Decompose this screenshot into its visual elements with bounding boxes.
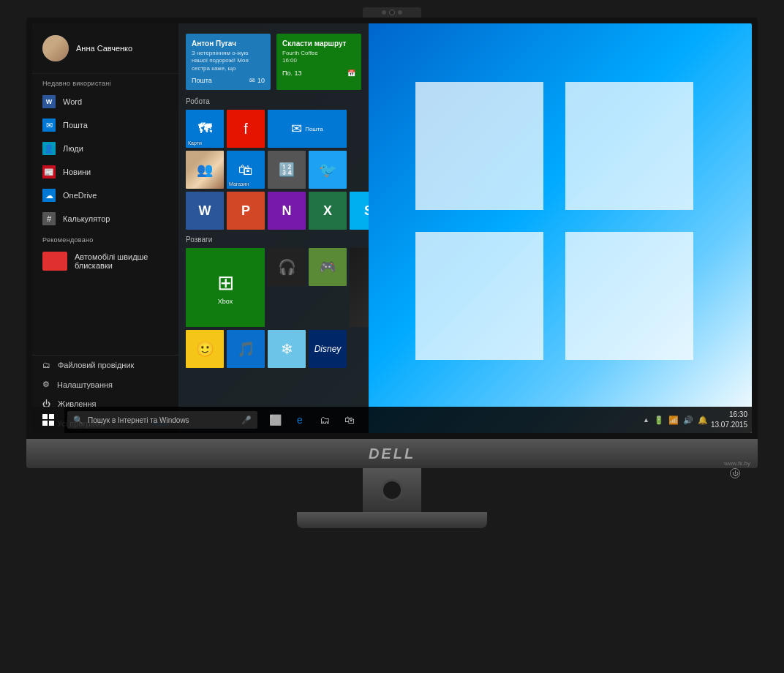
work-section-label: Робота <box>186 97 361 105</box>
tile-minecraft[interactable]: 🎮 <box>309 248 347 286</box>
taskbar-store[interactable]: 🛍 <box>338 407 361 433</box>
taskbar: 🔍 Пошук в Інтернеті та Windows 🎤 ⬜ e 🗂 🛍… <box>32 407 752 433</box>
file-explorer-item[interactable]: 🗂 Файловий провідник <box>32 356 178 375</box>
taskbar-file-explorer[interactable]: 🗂 <box>313 407 336 433</box>
windows-logo-desktop <box>415 82 693 360</box>
notif-title: Антон Пугач <box>192 40 265 48</box>
sidebar-item-onedrive[interactable]: ☁ OneDrive <box>32 184 178 207</box>
watermark: www.fk.by <box>724 460 750 467</box>
tile-shazam[interactable]: 🎵 <box>227 330 265 368</box>
calc-tile-icon: 🔢 <box>279 162 295 178</box>
tile-people[interactable]: 👥 <box>186 151 224 189</box>
notif-footer: Пошта ✉ 10 <box>192 77 265 84</box>
notification-card-mail[interactable]: Антон Пугач З нетерпінням о-ікую нашої п… <box>186 34 271 90</box>
bottom-bezel: DELL <box>26 439 758 468</box>
microphone-icon[interactable]: 🎤 <box>241 416 252 425</box>
tile-frozen[interactable]: ❄ <box>268 330 306 368</box>
win-sq-bl <box>42 421 48 426</box>
sidebar-item-news[interactable]: 📰 Новини <box>32 160 178 184</box>
search-bar[interactable]: 🔍 Пошук в Інтернеті та Windows 🎤 <box>67 411 257 429</box>
word-tile-icon: W <box>199 203 211 219</box>
settings-item[interactable]: ⚙ Налаштування <box>32 375 178 394</box>
tile-xbox[interactable]: ⊞ Xbox <box>186 248 265 327</box>
notif2-footer: По. 13 📅 <box>282 69 355 77</box>
notification-card-route[interactable]: Скласти маршрут Fourth Coffee 16:00 По. … <box>276 34 361 90</box>
tile-calculator[interactable]: 🔢 <box>268 151 306 189</box>
tile-halo[interactable]: HALO <box>350 248 369 327</box>
people-label: Люди <box>63 144 83 153</box>
taskbar-edge[interactable]: e <box>288 407 312 433</box>
power-button[interactable]: ⏻ <box>730 468 740 478</box>
tile-twitter[interactable]: 🐦 <box>309 151 347 189</box>
user-name: Анна Савченко <box>76 44 132 53</box>
xbox-label: Xbox <box>218 298 233 305</box>
entertainment-section-label: Розваги <box>186 236 361 244</box>
user-section[interactable]: Анна Савченко <box>32 23 178 74</box>
notif2-time: 16:00 <box>282 57 355 64</box>
tile-minion[interactable]: 🙂 <box>186 330 224 368</box>
people-icon: 👤 <box>42 142 56 155</box>
taskbar-task-view[interactable]: ⬜ <box>263 407 287 433</box>
webcam-dot <box>382 10 386 15</box>
tile-powerpoint[interactable]: P <box>227 192 265 230</box>
network-icon: 📶 <box>668 416 679 425</box>
tile-maps[interactable]: 🗺 Карти <box>186 110 224 148</box>
taskbar-icons: ⬜ e 🗂 🛍 <box>263 407 361 433</box>
win-sq-br <box>49 421 54 426</box>
win-pane-tl <box>415 82 543 210</box>
notification-cards-row: Антон Пугач З нетерпінням о-ікую нашої п… <box>186 34 361 90</box>
maps-label: Карти <box>188 140 202 146</box>
tile-flipboard[interactable]: f <box>227 110 265 148</box>
mail-label: Пошта <box>63 121 88 129</box>
tile-headphones[interactable]: 🎧 <box>268 248 306 286</box>
start-tiles-panel: Антон Пугач З нетерпінням о-ікую нашої п… <box>178 23 369 433</box>
tile-excel[interactable]: X <box>309 192 347 230</box>
settings-label: Налаштування <box>57 380 113 389</box>
twitter-icon: 🐦 <box>319 161 337 178</box>
sidebar-item-mail[interactable]: ✉ Пошта <box>32 113 178 137</box>
news-label: Новини <box>63 168 91 176</box>
store-label: Магазин <box>229 181 249 187</box>
headphones-icon: 🎧 <box>278 258 296 276</box>
clock-area[interactable]: 16:30 13.07.2015 <box>711 410 747 430</box>
sidebar-item-word[interactable]: W Word <box>32 90 178 113</box>
mail-tile-content: ✉ Пошта <box>268 110 347 148</box>
minecraft-icon: 🎮 <box>320 259 336 275</box>
clock-date: 13.07.2015 <box>711 420 747 430</box>
recommended-label: Рекомендовано <box>32 230 178 247</box>
start-button[interactable] <box>32 407 64 433</box>
recommended-item[interactable]: Автомобілі швидше блискавки <box>32 247 178 276</box>
taskbar-right: ▲ 🔋 📶 🔊 🔔 16:30 13.07.2015 <box>643 410 752 430</box>
tile-disney[interactable]: Disney <box>309 330 347 368</box>
start-menu-left-panel: Анна Савченко Недавно використані W Word… <box>32 23 178 433</box>
notif2-date: По. 13 <box>282 69 302 77</box>
notification-icon[interactable]: 🔔 <box>698 416 708 425</box>
tile-word[interactable]: W <box>186 192 224 230</box>
monitor-bezel: Анна Савченко Недавно використані W Word… <box>26 18 758 439</box>
chevron-up-icon[interactable]: ▲ <box>643 416 649 424</box>
halo-content: HALO <box>350 248 369 327</box>
sidebar-item-calculator[interactable]: # Калькулятор <box>32 207 178 230</box>
tile-onenote[interactable]: N <box>268 192 306 230</box>
tile-store[interactable]: 🛍 Магазин <box>227 151 265 189</box>
onenote-icon: N <box>282 203 292 219</box>
avatar <box>42 35 69 61</box>
tile-mail-wide[interactable]: ✉ Пошта <box>268 110 347 148</box>
xbox-content: ⊞ Xbox <box>186 248 265 327</box>
notif2-body: Fourth Coffee <box>282 50 355 57</box>
onedrive-label: OneDrive <box>63 191 97 200</box>
mail-icon: ✉ <box>42 119 56 132</box>
frozen-icon: ❄ <box>281 340 293 358</box>
monitor-stand-neck <box>363 468 421 512</box>
flipboard-icon: f <box>244 121 248 138</box>
calc-icon: # <box>42 212 56 225</box>
minion-icon: 🙂 <box>196 340 214 358</box>
people-tile-content: 👥 <box>186 151 224 189</box>
notif-count: ✉ 10 <box>249 77 265 84</box>
word-label: Word <box>63 97 82 106</box>
search-icon: 🔍 <box>73 416 83 425</box>
tile-skype[interactable]: S <box>350 192 369 230</box>
volume-icon[interactable]: 🔊 <box>683 416 693 425</box>
skype-icon: S <box>364 203 369 219</box>
sidebar-item-people[interactable]: 👤 Люди <box>32 137 178 160</box>
